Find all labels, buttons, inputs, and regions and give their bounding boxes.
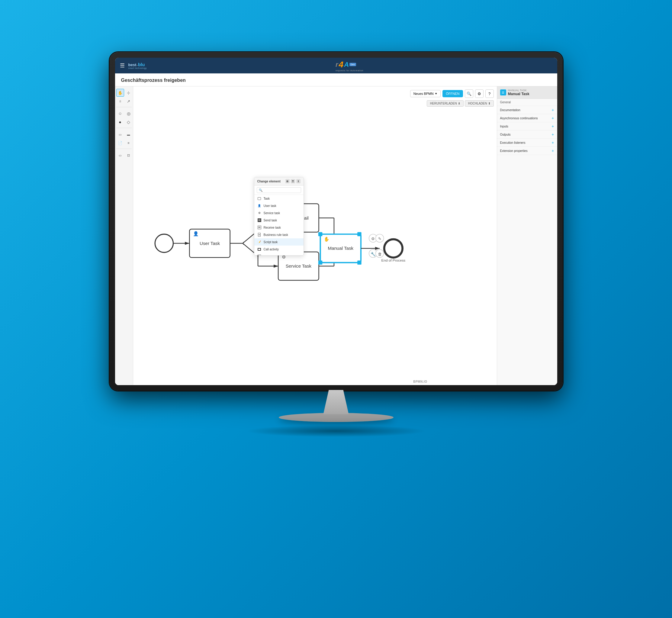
- end-event[interactable]: [384, 239, 402, 258]
- monitor-bezel: ☰ best - blu smart technology: [110, 52, 563, 391]
- open-button[interactable]: ÖFFNEN: [442, 90, 463, 97]
- execution-label: Execution listeners: [500, 141, 526, 144]
- tool-group-3: ▭ ▬ 📄 ≡: [116, 130, 132, 149]
- extension-label: Extension properties: [500, 149, 528, 152]
- monitor-stand-neck: [318, 390, 354, 414]
- extension-plus: +: [552, 148, 554, 153]
- canvas-area[interactable]: Neues BPMN ▼ ÖFFNEN 🔍 ⚙ ? HERUNTERLADEN: [133, 86, 497, 385]
- popup-title: Change element: [257, 180, 281, 183]
- rounded-rect-tool[interactable]: ▬: [125, 130, 133, 138]
- hand-tool[interactable]: ✋: [116, 89, 124, 97]
- panel-type-label: MANUAL TASK: [508, 89, 530, 92]
- monitor-shadow: [245, 425, 427, 437]
- send-task-icon: ✉: [257, 218, 261, 222]
- bpmn-toolbar: Neues BPMN ▼ ÖFFNEN 🔍 ⚙ ?: [410, 89, 494, 98]
- manual-task-panel-icon: ☰: [500, 89, 506, 95]
- toolbar-left: ✋ ⊹ ⁞⁞ ↗ ○ ◎ ● ◇ ▭ ▬: [115, 86, 133, 385]
- svg-text:User Task: User Task: [200, 241, 220, 246]
- svg-text:✋: ✋: [324, 236, 330, 242]
- logo-sub: smart technology: [128, 67, 147, 69]
- business-rule-item[interactable]: ≡ Business rule task: [254, 231, 304, 238]
- panel-execution[interactable]: Execution listeners +: [497, 139, 557, 147]
- send-task-item[interactable]: ✉ Send task: [254, 217, 304, 224]
- circle-fill-tool[interactable]: ●: [116, 118, 124, 126]
- herunterladen-button[interactable]: HERUNTERLADEN ⬇: [427, 100, 464, 107]
- user-task-label: User task: [264, 204, 276, 208]
- svg-text:🔧: 🔧: [370, 251, 375, 257]
- svg-text:End of Process: End of Process: [381, 258, 405, 262]
- screen: ☰ best - blu smart technology: [115, 58, 557, 385]
- business-rule-label: Business rule task: [264, 233, 288, 236]
- change-element-popup: Change element ⊞ ☰ ℹ: [254, 177, 304, 255]
- panel-inputs[interactable]: Inputs +: [497, 122, 557, 130]
- arrow-tool[interactable]: ↗: [125, 97, 133, 105]
- panel-general-section: General: [497, 99, 557, 106]
- list-view-icon[interactable]: ☰: [291, 179, 295, 183]
- workspace: ✋ ⊹ ⁞⁞ ↗ ○ ◎ ● ◇ ▭ ▬: [115, 86, 557, 385]
- task-item[interactable]: Task: [254, 195, 304, 202]
- info-icon[interactable]: ℹ: [296, 179, 301, 183]
- help-icon[interactable]: ?: [485, 89, 494, 98]
- outputs-label: Outputs: [500, 133, 511, 136]
- swim-lane-tool[interactable]: ≡: [125, 139, 133, 147]
- panel-outputs[interactable]: Outputs +: [497, 130, 557, 139]
- content-area: Geschäftsprozess freigeben ✋ ⊹ ⁞⁞ ↗ ○: [115, 73, 557, 385]
- inputs-label: Inputs: [500, 125, 508, 128]
- r4a-sub: requests for Automation: [336, 70, 363, 72]
- circle-thin-tool[interactable]: ○: [116, 110, 124, 117]
- expand-tool[interactable]: ⊡: [125, 151, 133, 159]
- rectangle-tool[interactable]: ▭: [116, 130, 124, 138]
- send-task-label: Send task: [264, 219, 277, 222]
- async-label: Asynchronous continuations: [500, 117, 538, 120]
- sub-process-item[interactable]: + Sub-process (collapsed): [254, 253, 304, 255]
- service-task-item[interactable]: ⚙ Service task: [254, 209, 304, 217]
- tool-group-2: ○ ◎ ● ◇: [116, 110, 132, 128]
- script-task-item[interactable]: 📝 Script task: [254, 238, 304, 245]
- inputs-plus: +: [552, 124, 554, 129]
- data-object-tool[interactable]: 📄: [116, 139, 124, 147]
- popup-search-input[interactable]: [257, 187, 301, 193]
- right-panel: ☰ MANUAL TASK Manual Task General Docume…: [497, 86, 557, 385]
- documentation-label: Documentation: [500, 108, 521, 112]
- hochladen-button[interactable]: HOCHLADEN ⬆: [465, 100, 494, 107]
- svg-text:👤: 👤: [193, 231, 199, 236]
- new-bpmn-button[interactable]: Neues BPMN ▼: [410, 90, 441, 97]
- download-icon: ⬇: [458, 102, 460, 105]
- popup-header-icons: ⊞ ☰ ℹ: [286, 179, 301, 183]
- diamond-tool[interactable]: ◇: [125, 118, 133, 126]
- logo-area: best - blu smart technology: [128, 62, 147, 69]
- panel-header: ☰ MANUAL TASK Manual Task: [497, 86, 557, 99]
- start-event[interactable]: [155, 234, 173, 252]
- circle-thick-tool[interactable]: ◎: [125, 110, 133, 117]
- service-task-icon: ⚙: [257, 211, 261, 215]
- pool-tool[interactable]: ▭: [116, 151, 124, 159]
- svg-rect-19: [318, 232, 322, 236]
- call-activity-item[interactable]: Call activity: [254, 245, 304, 253]
- logo-best: best: [128, 63, 136, 67]
- settings-icon[interactable]: ⚙: [475, 89, 483, 98]
- outputs-plus: +: [552, 132, 554, 137]
- sub-process-label: Sub-process (collapsed): [264, 255, 296, 255]
- task-icon: [257, 196, 261, 201]
- lasso-tool[interactable]: ⊹: [125, 89, 133, 97]
- grid-view-icon[interactable]: ⊞: [286, 179, 290, 183]
- popup-list: Task 👤 User task ⚙ Service task: [254, 195, 304, 255]
- receive-task-item[interactable]: ✉ Receive task: [254, 224, 304, 231]
- dropdown-arrow-icon: ▼: [435, 92, 437, 95]
- popup-header: Change element ⊞ ☰ ℹ: [254, 177, 304, 186]
- user-task-item[interactable]: 👤 User task: [254, 202, 304, 209]
- search-icon[interactable]: 🔍: [465, 89, 473, 98]
- user-task-icon: 👤: [257, 204, 261, 208]
- panel-extension[interactable]: Extension properties +: [497, 147, 557, 155]
- call-activity-label: Call activity: [264, 248, 279, 251]
- call-activity-icon: [257, 247, 261, 251]
- svg-text:🗑: 🗑: [377, 252, 381, 256]
- panel-async[interactable]: Asynchronous continuations +: [497, 114, 557, 122]
- receive-task-label: Receive task: [264, 226, 281, 229]
- page-header: Geschäftsprozess freigeben: [115, 73, 557, 86]
- monitor-outer: ☰ best - blu smart technology: [80, 52, 593, 566]
- execution-plus: +: [552, 140, 554, 145]
- panel-documentation[interactable]: Documentation +: [497, 106, 557, 114]
- hamburger-icon[interactable]: ☰: [120, 62, 125, 69]
- space-tool[interactable]: ⁞⁞: [116, 97, 124, 105]
